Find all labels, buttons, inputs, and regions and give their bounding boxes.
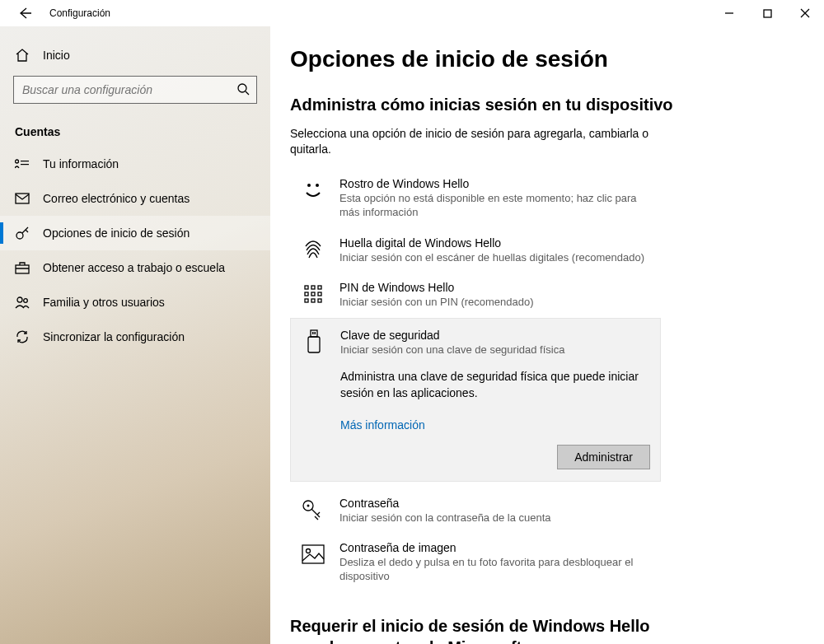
maximize-button[interactable] <box>748 0 786 26</box>
svg-rect-13 <box>311 286 315 289</box>
option-title: Rostro de Windows Hello <box>339 177 651 190</box>
option-title: Contraseña de imagen <box>339 541 651 554</box>
category-header: Cuentas <box>0 112 270 147</box>
titlebar: Configuración <box>0 0 824 26</box>
home-label: Inicio <box>43 49 70 62</box>
svg-rect-23 <box>312 332 314 334</box>
keypad-icon <box>300 281 326 307</box>
main-content: Opciones de inicio de sesión Administra … <box>270 26 824 644</box>
svg-point-26 <box>307 504 310 506</box>
option-pin[interactable]: PIN de Windows Hello Iniciar sesión con … <box>290 273 661 318</box>
svg-rect-16 <box>311 292 315 296</box>
maximize-icon <box>763 9 772 18</box>
option-password[interactable]: Contraseña Iniciar sesión con la contras… <box>290 488 661 534</box>
close-icon <box>800 8 810 18</box>
option-desc: Esta opción no está disponible en este m… <box>339 192 651 220</box>
svg-rect-5 <box>16 194 29 203</box>
sidebar-item-email-accounts[interactable]: Correo electrónico y cuentas <box>0 181 270 216</box>
svg-point-6 <box>16 232 23 239</box>
sidebar-item-label: Sincronizar la configuración <box>43 330 185 343</box>
key-icon <box>15 226 30 240</box>
password-key-icon <box>300 497 326 523</box>
option-security-key-header[interactable]: Clave de seguridad Iniciar sesión con un… <box>301 329 650 356</box>
option-desc: Iniciar sesión con un PIN (recomendado) <box>339 296 651 310</box>
home-icon <box>15 48 30 63</box>
back-button[interactable] <box>13 2 36 25</box>
sidebar-item-label: Obtener acceso a trabajo o escuela <box>43 261 225 274</box>
svg-point-28 <box>307 549 311 553</box>
minimize-button[interactable] <box>710 0 748 26</box>
svg-point-8 <box>17 297 22 302</box>
mail-icon <box>15 191 30 206</box>
sidebar-item-label: Tu información <box>43 157 119 170</box>
option-security-key-expanded: Clave de seguridad Iniciar sesión con un… <box>290 318 661 481</box>
sync-icon <box>15 329 30 344</box>
svg-rect-24 <box>315 332 316 334</box>
section-title: Administra cómo inicias sesión en tu dis… <box>290 96 794 114</box>
svg-rect-12 <box>305 286 308 289</box>
sidebar-item-label: Correo electrónico y cuentas <box>43 192 190 205</box>
sidebar-item-your-info[interactable]: Tu información <box>0 147 270 181</box>
svg-rect-0 <box>764 10 771 17</box>
svg-rect-14 <box>318 286 321 289</box>
search-box[interactable] <box>13 76 257 104</box>
person-card-icon <box>15 156 30 171</box>
sidebar-item-label: Opciones de inicio de sesión <box>43 226 190 240</box>
svg-rect-19 <box>311 299 315 302</box>
close-button[interactable] <box>786 0 824 26</box>
option-title: Contraseña <box>339 497 651 510</box>
option-desc: Iniciar sesión con el escáner de huellas… <box>339 251 651 265</box>
sidebar-item-sync[interactable]: Sincronizar la configuración <box>0 320 270 354</box>
option-title: Clave de seguridad <box>340 329 564 342</box>
home-button[interactable]: Inicio <box>0 40 270 71</box>
sidebar-item-family-users[interactable]: Familia y otros usuarios <box>0 285 270 320</box>
fingerprint-icon <box>300 236 326 263</box>
svg-rect-7 <box>16 265 29 273</box>
people-icon <box>15 295 30 310</box>
briefcase-icon <box>15 260 30 275</box>
option-desc: Iniciar sesión con una clave de segurida… <box>340 343 564 356</box>
svg-point-9 <box>24 299 28 303</box>
sidebar: Inicio Cuentas Tu información <box>0 26 270 644</box>
svg-point-4 <box>16 160 19 163</box>
svg-rect-3 <box>21 164 29 165</box>
search-input[interactable] <box>22 83 236 96</box>
more-info-link[interactable]: Más información <box>340 418 650 432</box>
option-picture-password[interactable]: Contraseña de imagen Desliza el dedo y p… <box>290 533 661 592</box>
second-section-title: Requerir el inicio de sesión de Windows … <box>290 615 669 644</box>
svg-rect-21 <box>311 330 317 337</box>
option-title: Huella digital de Windows Hello <box>339 236 651 250</box>
option-face[interactable]: Rostro de Windows Hello Esta opción no e… <box>290 169 661 228</box>
option-desc: Iniciar sesión con la contraseña de la c… <box>339 511 651 525</box>
minimize-icon <box>724 8 734 18</box>
svg-rect-20 <box>318 299 321 302</box>
window-title: Configuración <box>49 7 110 19</box>
arrow-left-icon <box>18 7 31 20</box>
manage-button[interactable]: Administrar <box>557 445 650 469</box>
svg-rect-22 <box>308 337 320 352</box>
svg-rect-27 <box>302 545 324 563</box>
svg-rect-2 <box>21 161 29 161</box>
option-desc: Desliza el dedo y pulsa en tu foto favor… <box>339 556 651 584</box>
section-subtitle: Selecciona una opción de inicio de sesió… <box>290 126 653 157</box>
search-icon <box>236 82 250 98</box>
svg-rect-15 <box>305 292 308 296</box>
option-fingerprint[interactable]: Huella digital de Windows Hello Iniciar … <box>290 228 661 273</box>
sidebar-item-signin-options[interactable]: Opciones de inicio de sesión <box>0 216 270 250</box>
option-title: PIN de Windows Hello <box>339 281 651 294</box>
face-icon <box>300 177 326 203</box>
page-title: Opciones de inicio de sesión <box>290 46 794 72</box>
svg-point-11 <box>316 184 319 187</box>
svg-point-1 <box>238 84 246 92</box>
option-detail: Administra una clave de seguridad física… <box>340 369 650 401</box>
svg-rect-18 <box>305 299 308 302</box>
svg-rect-17 <box>318 292 321 296</box>
svg-point-10 <box>307 184 311 187</box>
sidebar-item-label: Familia y otros usuarios <box>43 296 165 309</box>
picture-icon <box>300 541 326 567</box>
usb-key-icon <box>301 329 327 355</box>
sidebar-item-work-school[interactable]: Obtener acceso a trabajo o escuela <box>0 250 270 285</box>
